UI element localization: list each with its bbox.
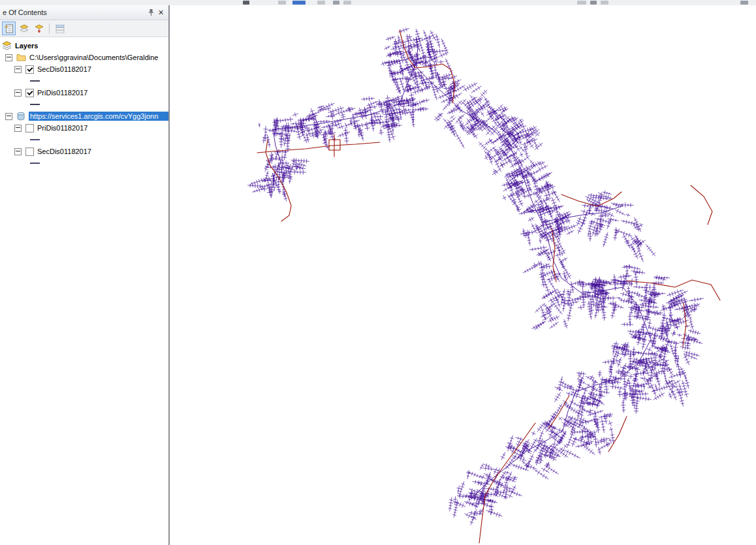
layer-visibility-checkbox[interactable] [25,148,34,156]
list-by-source-icon [20,24,29,33]
list-by-visibility-icon [35,24,44,33]
table-of-contents-panel: e Of Contents × [0,5,168,545]
line-symbol-swatch[interactable] [30,80,40,82]
layer-name[interactable]: PriDis01182017 [37,89,87,97]
list-by-visibility-button[interactable] [32,22,46,35]
layer-visibility-checkbox[interactable] [25,89,34,97]
toolbar-icon-fragment [601,1,608,5]
distribution-network-map [170,5,756,545]
toc-title: e Of Contents [3,8,146,16]
pin-icon[interactable] [146,7,156,18]
layer-name[interactable]: SecDis01182017 [37,65,91,73]
collapse-toggle-icon[interactable] [14,89,22,97]
toc-tree: Layers C:\Users\ggravina\Documents\Geral… [0,37,168,545]
map-view[interactable] [170,5,756,545]
group-item-local-folder[interactable]: C:\Users\ggravina\Documents\Geraldine [0,52,168,63]
toc-titlebar: e Of Contents × [0,5,168,20]
layer-item-secdis-local[interactable]: SecDis01182017 [0,63,168,75]
toc-toolbar [0,20,168,37]
layers-icon [2,41,12,50]
layer-name[interactable]: SecDis01182017 [37,148,91,155]
collapse-toggle-icon[interactable] [14,125,22,132]
toolbar-icon-fragment [343,1,351,5]
layer-visibility-checkbox[interactable] [25,124,34,132]
list-by-selection-button[interactable] [53,22,67,35]
toolbar-icon-fragment [317,1,325,5]
close-icon[interactable]: × [156,7,166,18]
collapse-toggle-icon[interactable] [5,54,12,61]
list-by-selection-icon [55,24,65,33]
symbol-row [0,157,168,169]
list-by-source-button[interactable] [17,22,31,35]
folder-icon [16,54,26,61]
list-by-drawing-order-button[interactable] [2,22,16,35]
toolbar-icon-fragment [590,1,597,5]
group-label[interactable]: https://services1.arcgis.com/cvYgg3jonn [29,112,168,121]
secondary-distribution-lines [248,28,704,525]
symbol-row [0,75,168,87]
close-glyph: × [158,8,163,17]
line-symbol-swatch[interactable] [30,163,40,164]
toolbar-icon-fragment [292,1,306,5]
layers-root-item[interactable]: Layers [0,40,168,52]
collapse-toggle-icon[interactable] [5,113,12,120]
toolbar-icon-fragment [577,1,586,5]
database-icon [16,112,25,121]
layers-root-label: Layers [15,42,38,50]
layer-item-secdis-service[interactable]: SecDis01182017 [0,146,168,157]
layer-name[interactable]: PriDis01182017 [37,124,87,132]
toolbar-icon-fragment [243,1,249,5]
layer-item-pridis-service[interactable]: PriDis01182017 [0,122,168,134]
symbol-row [0,99,168,110]
toolbar-icon-fragment [278,1,286,5]
line-symbol-swatch[interactable] [30,139,40,140]
pushpin-icon [148,8,155,16]
group-label[interactable]: C:\Users\ggravina\Documents\Geraldine [29,54,158,61]
toolbar-separator [49,23,50,34]
toolbar-icon-fragment [333,1,339,5]
layer-visibility-checkbox[interactable] [25,65,34,74]
list-by-drawing-order-icon [5,24,14,33]
symbol-row [0,134,168,146]
line-symbol-swatch[interactable] [30,104,40,105]
toolbar-icon-fragment [740,1,748,5]
layer-item-pridis-local[interactable]: PriDis01182017 [0,87,168,99]
collapse-toggle-icon[interactable] [14,148,22,155]
network-connector-lines [273,44,651,499]
group-item-arcgis-service[interactable]: https://services1.arcgis.com/cvYgg3jonn [0,110,168,122]
collapse-toggle-icon[interactable] [14,66,22,73]
